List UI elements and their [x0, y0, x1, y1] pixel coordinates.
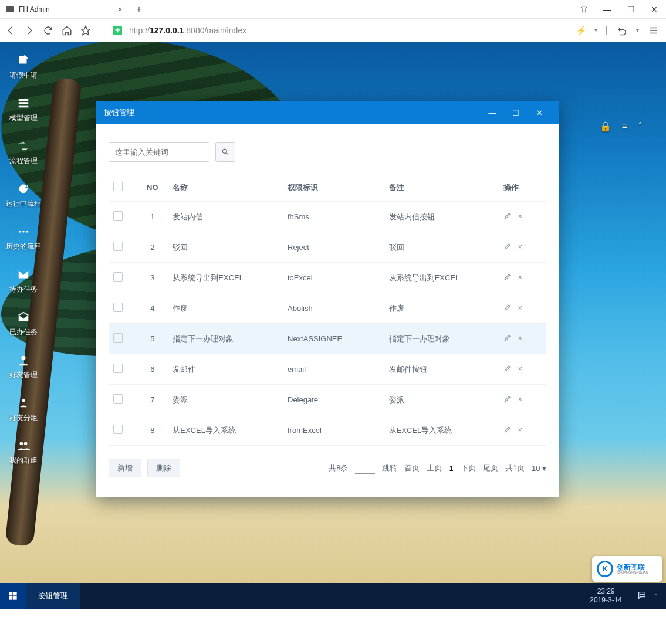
cell-no: 3: [137, 263, 168, 293]
chevron-down-icon[interactable]: ▾: [636, 27, 639, 33]
collapse-icon[interactable]: ˄: [638, 121, 643, 132]
undo-icon[interactable]: [616, 25, 628, 36]
dialog-minimize-button[interactable]: —: [481, 109, 504, 117]
row-checkbox[interactable]: [113, 394, 123, 404]
table-row[interactable]: 3从系统导出到EXCELtoExcel从系统导出到EXCEL×: [109, 263, 546, 293]
table-row[interactable]: 4作废Abolish作废×: [109, 293, 546, 324]
cell-remark: 从系统导出到EXCEL: [384, 263, 499, 293]
sidebar-item-friends[interactable]: 好友管理: [9, 354, 38, 380]
edit-icon[interactable]: [503, 242, 512, 252]
delete-button[interactable]: 删除: [147, 459, 180, 477]
edit-icon[interactable]: [503, 364, 512, 374]
row-checkbox[interactable]: [113, 242, 123, 251]
nav-home-button[interactable]: [61, 25, 73, 36]
tray-up-icon[interactable]: ˄: [655, 593, 658, 599]
sidebar-item-model[interactable]: 模型管理: [9, 97, 38, 123]
sidebar-item-leave[interactable]: 请假申请: [9, 54, 38, 80]
search-button[interactable]: [215, 142, 235, 162]
delete-icon[interactable]: ×: [518, 273, 522, 283]
dialog-maximize-button[interactable]: ☐: [504, 109, 528, 117]
row-checkbox[interactable]: [113, 211, 123, 221]
table-row[interactable]: 6发邮件email发邮件按钮×: [109, 354, 546, 385]
table-row[interactable]: 2驳回Reject驳回×: [109, 232, 546, 263]
cell-perm: email: [283, 354, 384, 385]
menu-icon[interactable]: [647, 25, 659, 36]
pager-size[interactable]: 10 ▾: [532, 464, 546, 473]
row-checkbox[interactable]: [113, 303, 123, 312]
delete-icon[interactable]: ×: [518, 364, 522, 374]
address-bar[interactable]: http://127.0.0.1:8080/main/index: [129, 26, 569, 35]
start-button[interactable]: [0, 583, 26, 609]
dialog-titlebar[interactable]: 按钮管理 — ☐ ✕: [96, 101, 559, 124]
window-maximize-button[interactable]: ☐: [619, 5, 643, 14]
chevron-down-icon[interactable]: ▾: [594, 27, 597, 33]
sidebar-item-done[interactable]: 已办任务: [9, 311, 38, 337]
delete-icon[interactable]: ×: [518, 242, 522, 252]
sidebar-item-flow[interactable]: 流程管理: [9, 140, 38, 166]
cell-no: 1: [137, 202, 168, 232]
pager-prev[interactable]: 上页: [427, 463, 442, 473]
add-button[interactable]: 新增: [109, 459, 141, 477]
pager-first[interactable]: 首页: [404, 463, 420, 473]
row-checkbox[interactable]: [113, 425, 123, 434]
data-table: NO 名称 权限标识 备注 操作 1发站内信fhSms发站内信按钮×2驳回Rej…: [109, 174, 546, 446]
taskbar-active-tab[interactable]: 按钮管理: [26, 583, 80, 609]
window-close-button[interactable]: ✕: [643, 5, 666, 14]
delete-icon[interactable]: ×: [518, 334, 522, 344]
chat-icon[interactable]: [637, 591, 647, 602]
edit-icon[interactable]: [503, 334, 512, 344]
edit-icon[interactable]: [503, 212, 512, 222]
delete-icon[interactable]: ×: [518, 425, 522, 435]
taskbar-clock[interactable]: 23:29 2019-3-14: [583, 583, 629, 609]
checkbox-all[interactable]: [113, 182, 123, 191]
table-row[interactable]: 1发站内信fhSms发站内信按钮×: [109, 202, 546, 232]
lock-icon[interactable]: 🔒: [600, 121, 611, 132]
edit-icon[interactable]: [503, 395, 512, 405]
row-checkbox[interactable]: [113, 333, 123, 343]
sidebar-item-mygroup[interactable]: 我的群组: [9, 439, 38, 466]
delete-icon[interactable]: ×: [518, 395, 522, 405]
svg-rect-16: [9, 592, 12, 595]
close-tab-icon[interactable]: ×: [118, 5, 123, 14]
cell-name: 指定下一办理对象: [168, 324, 283, 354]
table-row[interactable]: 5指定下一办理对象NextASSIGNEE_指定下一办理对象×: [109, 324, 546, 354]
cell-no: 2: [137, 232, 168, 263]
edit-icon[interactable]: [503, 273, 512, 283]
nav-reload-button[interactable]: [42, 25, 54, 36]
pager-next[interactable]: 下页: [461, 463, 476, 473]
svg-rect-5: [19, 102, 29, 104]
browser-tab[interactable]: FH Admin ×: [0, 0, 129, 18]
nav-back-button[interactable]: [5, 25, 16, 36]
sidebar-item-history[interactable]: 历史的流程: [6, 225, 41, 252]
svg-marker-0: [82, 26, 90, 35]
delete-icon[interactable]: ×: [518, 212, 522, 222]
pager-jump[interactable]: 跳转: [382, 463, 397, 473]
edit-icon[interactable]: [503, 425, 512, 435]
pager-last[interactable]: 尾页: [483, 463, 498, 473]
row-checkbox[interactable]: [113, 364, 123, 373]
pager-jump-input[interactable]: [355, 462, 375, 474]
cell-no: 6: [137, 354, 168, 385]
sidebar-item-todo[interactable]: 待办任务: [9, 268, 38, 294]
list-icon[interactable]: ≡: [622, 121, 627, 132]
col-remark: 备注: [384, 174, 499, 202]
row-checkbox[interactable]: [113, 272, 123, 282]
dialog-close-button[interactable]: ✕: [528, 109, 551, 117]
pager-current: 1: [449, 464, 453, 473]
site-security-icon[interactable]: ✚: [113, 26, 122, 35]
new-tab-button[interactable]: +: [129, 0, 149, 18]
svg-point-12: [20, 442, 23, 446]
edit-icon[interactable]: [503, 303, 512, 313]
extension-icon[interactable]: [572, 5, 596, 13]
table-row[interactable]: 7委派Delegate委派×: [109, 385, 546, 415]
nav-forward-button[interactable]: [23, 25, 35, 36]
speed-icon[interactable]: ⚡: [576, 26, 586, 35]
page-viewport: 🔒 ≡ ˄ 请假申请 模型管理 流程管理 运行中流程 历史的流程 待办任务 已办…: [0, 42, 666, 609]
search-input[interactable]: [109, 142, 209, 162]
sidebar-item-groups[interactable]: 好友分组: [9, 396, 38, 423]
sidebar-item-running[interactable]: 运行中流程: [6, 182, 41, 209]
delete-icon[interactable]: ×: [518, 303, 522, 313]
nav-favorite-button[interactable]: [80, 25, 92, 36]
table-row[interactable]: 8从EXCEL导入系统fromExcel从EXCEL导入系统×: [109, 415, 546, 446]
window-minimize-button[interactable]: —: [596, 5, 619, 14]
